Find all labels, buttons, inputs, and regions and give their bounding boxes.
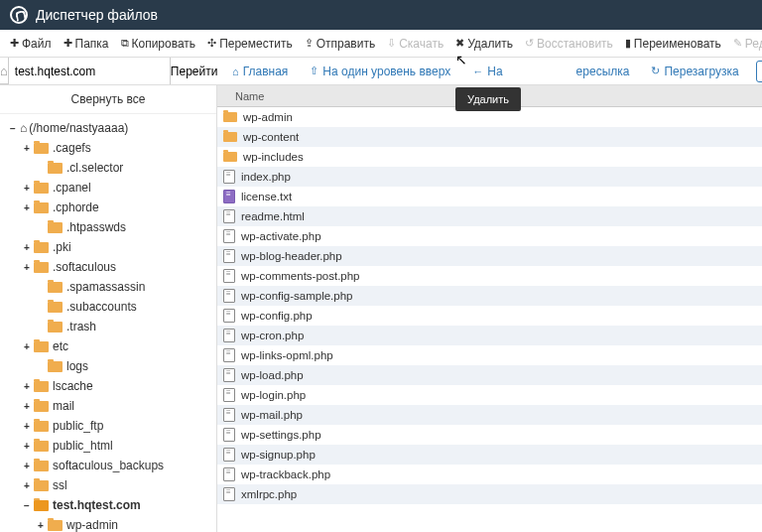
collapse-all-button[interactable]: Свернуть все — [0, 85, 216, 114]
tree-node[interactable]: .subaccounts — [6, 297, 216, 317]
folder-icon — [34, 341, 49, 352]
tree-node[interactable]: +lscache — [6, 376, 216, 396]
tree-node[interactable]: +wp-admin — [6, 515, 216, 532]
home-button[interactable]: ⌂Главная — [223, 61, 297, 82]
toggle-icon[interactable]: + — [22, 439, 32, 454]
action-bar: ⌂Главная ⇧На один уровень вверх ←На ↖ Уд… — [217, 58, 762, 85]
tree-label: mail — [53, 397, 74, 415]
toggle-icon[interactable]: + — [22, 141, 32, 156]
toolbar-скачать: ⇩Скачать — [381, 33, 449, 55]
file-row[interactable]: license.txt — [217, 187, 762, 206]
back-button[interactable]: ←На — [463, 61, 511, 82]
tree-node[interactable]: −test.hqtest.com — [6, 495, 216, 515]
forward-button[interactable]: ересылка — [568, 61, 639, 82]
file-row[interactable]: wp-mail.php — [217, 405, 762, 425]
toggle-icon[interactable]: + — [22, 240, 32, 255]
tree-node[interactable]: +.cpanel — [6, 178, 216, 198]
file-icon — [223, 209, 235, 223]
tree-node[interactable]: +.cphorde — [6, 198, 216, 217]
file-row[interactable]: wp-content — [217, 127, 762, 147]
toolbar-копировать[interactable]: ⧉Копировать — [115, 33, 202, 55]
toolbar-переместить[interactable]: ✣Переместить — [201, 33, 299, 55]
tree-node[interactable]: +.cagefs — [6, 138, 216, 158]
tree-node[interactable]: .trash — [6, 317, 216, 336]
file-row[interactable]: wp-signup.php — [217, 445, 762, 465]
toolbar-переименовать[interactable]: ▮Переименовать — [619, 33, 727, 55]
folder-icon — [48, 322, 63, 332]
file-row[interactable]: readme.html — [217, 206, 762, 226]
tree-node[interactable]: −⌂(/home/nastyaaaa) — [6, 118, 216, 138]
tree-node[interactable]: .htpasswds — [6, 217, 216, 237]
tree-node[interactable]: .cl.selector — [6, 158, 216, 178]
tree-label: .cl.selector — [66, 159, 123, 177]
file-row[interactable]: wp-login.php — [217, 385, 762, 405]
tree-node[interactable]: +ssl — [6, 475, 216, 495]
file-row[interactable]: wp-links-opml.php — [217, 345, 762, 365]
tree-node[interactable]: +softaculous_backups — [6, 456, 216, 475]
tree-node[interactable]: +public_ftp — [6, 416, 216, 436]
file-icon — [223, 309, 235, 323]
tree-label: .softaculous — [53, 258, 116, 276]
toggle-icon[interactable]: + — [22, 181, 32, 196]
toggle-icon[interactable]: + — [22, 260, 32, 275]
tree-node[interactable]: logs — [6, 356, 216, 376]
toolbar-удалить[interactable]: ✖Удалить — [449, 33, 519, 55]
file-name: wp-load.php — [241, 369, 304, 381]
toggle-icon[interactable]: + — [22, 200, 32, 215]
file-name: wp-content — [243, 131, 299, 143]
home-icon[interactable]: ⌂ — [0, 58, 9, 84]
file-row[interactable]: wp-cron.php — [217, 326, 762, 345]
tree-label: .pki — [53, 238, 71, 256]
file-row[interactable]: wp-load.php — [217, 365, 762, 385]
tree-node[interactable]: +public_html — [6, 436, 216, 456]
toggle-icon[interactable]: − — [8, 121, 18, 136]
tree-node[interactable]: +.pki — [6, 237, 216, 257]
reload-icon: ↻ — [651, 65, 660, 77]
toggle-icon[interactable]: + — [22, 399, 32, 414]
file-row[interactable]: wp-config-sample.php — [217, 286, 762, 306]
tree-label: etc — [53, 337, 68, 355]
file-row[interactable]: xmlrpc.php — [217, 484, 762, 504]
file-row[interactable]: wp-blog-header.php — [217, 246, 762, 266]
tree-node[interactable]: +mail — [6, 396, 216, 416]
file-name: wp-comments-post.php — [241, 270, 360, 282]
toggle-icon[interactable]: + — [22, 379, 32, 394]
file-row[interactable]: index.php — [217, 167, 762, 187]
file-name: wp-links-opml.php — [241, 349, 333, 361]
toolbar-папка[interactable]: ✚Папка — [58, 33, 115, 55]
file-icon — [223, 289, 235, 303]
up-level-button[interactable]: ⇧На один уровень вверх — [301, 61, 459, 82]
file-row[interactable]: wp-activate.php — [217, 226, 762, 246]
file-row[interactable]: wp-comments-post.php — [217, 266, 762, 286]
toggle-icon[interactable]: + — [36, 518, 46, 533]
file-row[interactable]: wp-trackback.php — [217, 465, 762, 484]
tree-node[interactable]: .spamassassin — [6, 277, 216, 297]
toggle-icon[interactable]: + — [22, 339, 32, 354]
toolbar-отправить[interactable]: ⇪Отправить — [299, 33, 382, 55]
select-all-button[interactable]: ☑Выбрать все — [756, 61, 762, 82]
tb-icon: ✚ — [10, 37, 19, 50]
toggle-icon[interactable]: + — [22, 419, 32, 434]
tb-icon: ⧉ — [121, 37, 129, 50]
toggle-icon[interactable]: + — [22, 478, 32, 493]
house-icon: ⌂ — [232, 66, 239, 77]
go-button[interactable]: Перейти — [171, 58, 218, 84]
toggle-icon[interactable]: − — [22, 498, 32, 513]
folder-icon — [34, 500, 49, 511]
folder-icon — [48, 520, 63, 531]
reload-button[interactable]: ↻Перезагрузка — [642, 61, 747, 82]
file-row[interactable]: wp-config.php — [217, 306, 762, 326]
file-row[interactable]: wp-includes — [217, 147, 762, 167]
toggle-icon[interactable]: + — [22, 459, 32, 473]
file-icon — [223, 348, 235, 362]
file-icon — [223, 467, 235, 481]
file-name: wp-config-sample.php — [241, 290, 353, 302]
folder-icon — [34, 202, 49, 213]
tree-node[interactable]: +.softaculous — [6, 257, 216, 277]
toolbar-ред: ✎Ред — [727, 33, 762, 55]
tree-label: lscache — [53, 377, 93, 395]
file-row[interactable]: wp-settings.php — [217, 425, 762, 445]
toolbar-файл[interactable]: ✚Файл — [4, 33, 58, 55]
tree-node[interactable]: +etc — [6, 336, 216, 356]
path-input[interactable] — [9, 58, 171, 84]
